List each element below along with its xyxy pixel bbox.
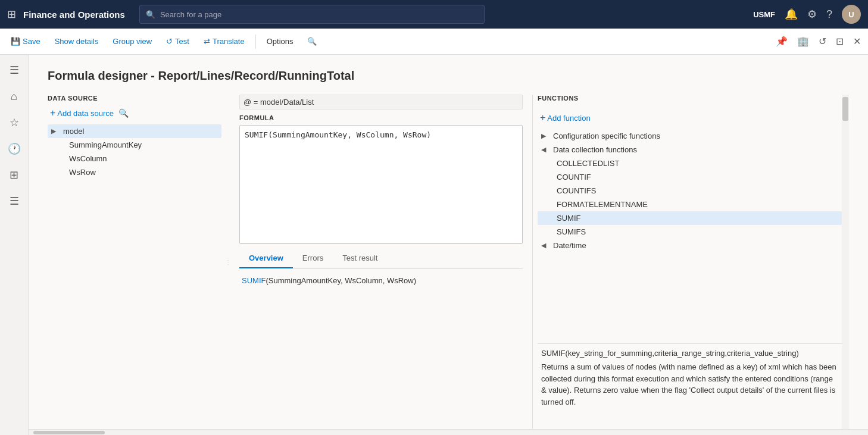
help-icon[interactable]: ? [826,8,832,21]
fn-item-sumif[interactable]: SUMIF [538,211,842,225]
popout-icon[interactable]: ⊡ [833,33,846,49]
fn-item-countifs[interactable]: COUNTIFS [538,184,842,198]
toolbar-right: 📌 🏢 ↺ ⊡ ✕ [773,33,863,49]
data-source-panel: DATA SOURCE + Add data source 🔍 ▶ model [48,95,226,429]
translate-icon: ⇄ [204,37,210,46]
data-source-tree: ▶ model SummingAmountKey WsColumn WsRow [48,124,221,429]
formula-fn-name: SUMIF [242,276,266,285]
formula-designer: Formula designer - Report/Lines/Record/R… [29,55,868,429]
separator [255,35,256,49]
expand-icon: ▶ [541,132,551,140]
sidebar-item-home[interactable]: ⌂ [4,86,25,107]
sidebar-item-favorites[interactable]: ☆ [4,112,25,133]
tree-item-label: SummingAmountKey [69,140,142,149]
formula-path: @ = model/Data/List [239,95,523,109]
sidebar-item-recent[interactable]: 🕐 [4,138,25,159]
fn-category-label: Data collection functions [553,145,637,154]
fn-item-countif[interactable]: COUNTIF [538,170,842,184]
fn-category-label: Configuration specific functions [553,132,660,140]
tree-item-label: WsColumn [69,154,107,163]
toolbar: 💾 Save Show details Group view ↺ Test ⇄ … [0,29,868,55]
toolbar-search-icon[interactable]: 🔍 [301,35,323,48]
company-label: USMF [753,10,775,19]
sidebar-item-workspaces[interactable]: ⊞ [4,164,25,186]
plus-icon: + [540,112,545,123]
search-icon: 🔍 [146,10,155,19]
plus-icon: + [50,108,55,118]
save-button[interactable]: 💾 Save [5,35,46,48]
bottom-scrollbar-thumb [33,431,105,434]
translate-button[interactable]: ⇄ Translate [198,35,251,48]
expand-icon: ◀ [541,242,551,249]
tree-item-label: model [63,127,84,136]
top-nav: ⊞ Finance and Operations 🔍 Search for a … [0,0,868,29]
pin-icon[interactable]: 📌 [773,33,790,49]
functions-header-row: FUNCTIONS [538,95,842,107]
close-icon[interactable]: ✕ [851,33,863,49]
tree-item-wscolumn[interactable]: WsColumn [48,152,221,165]
functions-header: FUNCTIONS [538,95,579,102]
functions-list: ▶ Configuration specific functions ◀ Dat… [538,129,842,343]
search-placeholder: Search for a page [160,10,221,19]
fn-description: Returns a sum of values of nodes (with n… [541,361,838,408]
fn-signature: SUMIF(key_string_for_summing,criteria_ra… [541,349,838,358]
overview-formula: SUMIF(SummingAmountKey, WsColumn, WsRow) [242,276,416,285]
options-label[interactable]: Options [261,35,299,48]
notifications-icon[interactable]: 🔔 [785,8,798,21]
tab-test-result[interactable]: Test result [333,249,387,268]
add-function-button[interactable]: + Add function [538,111,842,124]
top-nav-right: USMF 🔔 ⚙ ? U [753,5,861,24]
reload-icon[interactable]: ↺ [816,33,829,49]
functions-panel: FUNCTIONS + Add function ▶ Configuration… [532,95,842,429]
fn-category-datacollection[interactable]: ◀ Data collection functions [538,143,842,157]
group-view-button[interactable]: Group view [107,35,158,48]
side-nav: ☰ ⌂ ☆ 🕐 ⊞ ☰ [0,55,29,435]
app-title: Finance and Operations [23,10,125,20]
tree-item-wsrow[interactable]: WsRow [48,165,221,179]
page-title: Formula designer - Report/Lines/Record/R… [48,69,849,83]
tree-item-model[interactable]: ▶ model [48,124,221,138]
data-source-header: DATA SOURCE [48,95,221,102]
functions-scrollbar[interactable] [842,95,849,429]
fn-category-datetime[interactable]: ◀ Date/time [538,239,842,252]
tabs-bar: Overview Errors Test result [239,249,523,269]
sidebar-item-modules[interactable]: ☰ [4,190,25,212]
main-layout: ☰ ⌂ ☆ 🕐 ⊞ ☰ Formula designer - Report/Li… [0,55,868,435]
tree-item-summingamountkey[interactable]: SummingAmountKey [48,138,221,152]
settings-icon[interactable]: ⚙ [807,8,817,21]
formula-label: FORMULA [239,114,523,121]
save-icon: 💾 [11,37,20,46]
scrollbar-thumb [842,97,848,121]
data-source-toolbar: + Add data source 🔍 [48,107,221,120]
formula-panel: @ = model/Data/List FORMULA SUMIF(Summin… [230,95,532,429]
fn-category-label: Date/time [553,241,586,250]
expand-icon: ▶ [51,127,61,135]
show-details-button[interactable]: Show details [49,35,105,48]
bottom-scrollbar[interactable] [29,429,868,435]
tree-item-label: WsRow [69,168,96,177]
refresh-icon: ↺ [166,37,173,46]
add-data-source-button[interactable]: + Add data source [48,107,116,120]
search-data-source-icon[interactable]: 🔍 [118,108,129,118]
sidebar-item-menu[interactable]: ☰ [4,60,25,81]
fn-item-formatelementname[interactable]: FORMATELEMENTNAME [538,198,842,211]
tab-errors[interactable]: Errors [293,249,333,268]
tab-overview-content: SUMIF(SummingAmountKey, WsColumn, WsRow) [239,269,523,292]
designer-panels: DATA SOURCE + Add data source 🔍 ▶ model [48,95,849,429]
formula-editor[interactable]: SUMIF(SummingAmountKey, WsColumn, WsRow) [239,125,523,244]
search-bar[interactable]: 🔍 Search for a page [139,5,485,24]
formula-params: (SummingAmountKey, WsColumn, WsRow) [266,276,416,285]
fn-description-area: SUMIF(key_string_for_summing,criteria_ra… [538,343,842,412]
content-area: Formula designer - Report/Lines/Record/R… [29,55,868,435]
avatar[interactable]: U [842,5,861,24]
test-button[interactable]: ↺ Test [160,35,195,48]
grid-icon[interactable]: ⊞ [7,8,16,21]
expand-icon: ◀ [541,146,551,154]
fn-item-collectedlist[interactable]: COLLECTEDLIST [538,157,842,170]
fn-item-sumifs[interactable]: SUMIFS [538,225,842,239]
office-icon[interactable]: 🏢 [795,33,811,49]
fn-category-config[interactable]: ▶ Configuration specific functions [538,129,842,143]
tab-overview[interactable]: Overview [239,249,293,268]
